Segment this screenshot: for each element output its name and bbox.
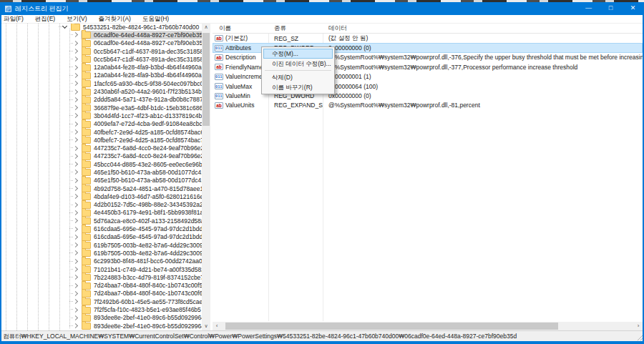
chevron-collapsed-icon[interactable] [73, 89, 78, 94]
tree-node[interactable]: 619b7505-003b-4e82-b7a6-4dd29c300971 [0, 241, 202, 249]
tree-node[interactable]: 4b92d758-5a24-4851-a470-815d78aee119 [0, 185, 202, 192]
minimize-button[interactable]: — [577, 2, 600, 15]
tree-node-body[interactable]: 465e1f50-b610-473a-ab58-00d1077dc419 [81, 177, 202, 185]
column-header-type[interactable]: 종류 [268, 23, 323, 33]
menu-help[interactable]: 도움말(H) [137, 15, 175, 24]
context-menu-item[interactable]: 이름 바꾸기(R) [263, 82, 333, 92]
tree-node[interactable]: 2430ab6f-a520-44a2-9601-f7f23b5134b1 [0, 87, 202, 95]
tree-node-body[interactable]: 71021b41-c749-4d21-be74-a00f335d582b [81, 265, 202, 273]
tree-node-body[interactable]: 4e4450b3-6179-4e91-b8f1-5bb9938f81a1 [81, 209, 202, 217]
tree-node[interactable]: 12a0ab44-fe28-4fa9-b3bd-4b64f44960a7 [0, 72, 202, 79]
value-row[interactable]: abValueUnitsREG_EXPAND_SZ@%SystemRoot%₩s… [213, 101, 643, 110]
chevron-collapsed-icon[interactable] [73, 235, 78, 240]
chevron-collapsed-icon[interactable] [73, 283, 78, 288]
chevron-collapsed-icon[interactable] [73, 242, 78, 247]
tree-node[interactable]: 447235c7-6a8d-4cc0-8e24-9eaf70b96e2b [0, 144, 202, 152]
chevron-collapsed-icon[interactable] [73, 49, 78, 54]
tree-node[interactable]: 465e1f50-b610-473a-ab58-00d1077dc418 [0, 168, 202, 176]
tree-node-body[interactable]: 3b04d4fd-1cc7-4f23-ab1c-d1337819c4bb [81, 112, 202, 119]
tree-node-body[interactable]: 7d24baa7-0b84-480f-840c-1b0743c00f5f [81, 282, 202, 290]
chevron-collapsed-icon[interactable] [73, 250, 78, 255]
tree-node[interactable]: 465e1f50-b610-473a-ab58-00d1077dc419 [0, 177, 202, 185]
tree-node[interactable]: 45bcc044-d885-43e2-8605-ee0ec6e96b59 [0, 160, 202, 168]
tree-node-body[interactable]: 619b7505-003b-4e82-b7a6-4dd29c300972 [81, 249, 202, 257]
tree-node-body[interactable]: 40fbefc7-2e9d-4d25-a185-0cfd8574bac6 [81, 128, 202, 136]
menu-file[interactable]: 파일(F) [0, 15, 29, 24]
tree-node-body[interactable]: 7b224883-b3cc-4d79-819f-8374152cbe7c [81, 273, 202, 281]
scroll-up-icon[interactable]: ∧ [202, 23, 210, 31]
tree-node[interactable]: 7d24baa7-0b84-480f-840c-1b0743c00f5f [0, 282, 202, 290]
chevron-collapsed-icon[interactable] [73, 202, 78, 207]
tree-node[interactable]: 7b224883-b3cc-4d79-819f-8374152cbe7c [0, 273, 202, 281]
value-row[interactable]: ab(기본값)REG_SZ(값 설정 안 됨) [213, 34, 643, 43]
tree-node-body[interactable]: 54533251-82be-4824-96c1-47b60b740d00 [70, 23, 202, 31]
column-header-name[interactable]: 이름 [213, 23, 268, 33]
tree-node-body[interactable]: 619b7505-003b-4e82-b7a6-4dd29c300971 [81, 241, 202, 249]
menu-edit[interactable]: 편집(E) [29, 15, 61, 24]
tree-scrollbar-thumb[interactable] [203, 33, 210, 126]
tree-node-body[interactable]: 40fbefc7-2e9d-4d25-a185-0cfd8574bac7 [81, 136, 202, 144]
tree-node[interactable]: 12a0ab44-fe28-4fa9-b3bd-4b64f44960a6 [0, 63, 202, 71]
chevron-collapsed-icon[interactable] [73, 41, 78, 46]
chevron-collapsed-icon[interactable] [73, 81, 78, 86]
chevron-collapsed-icon[interactable] [73, 210, 78, 215]
maximize-button[interactable]: □ [600, 2, 622, 15]
chevron-collapsed-icon[interactable] [73, 275, 78, 280]
tree-node-body[interactable]: 06cadf0e-64ed-448a-8927-ce7bf90eb35e [81, 39, 202, 47]
chevron-collapsed-icon[interactable] [73, 137, 78, 142]
tree-node-body[interactable]: 7d24baa7-0b84-480f-840c-1b0743c00f60 [81, 290, 202, 298]
chevron-collapsed-icon[interactable] [73, 162, 78, 167]
tree-node[interactable]: 0cc5b647-c1df-4637-891a-dec35c318583 [0, 47, 202, 55]
list-scrollbar-thumb[interactable] [225, 323, 558, 330]
context-menu-item[interactable]: 수정(M)... [263, 49, 333, 59]
chevron-collapsed-icon[interactable] [73, 323, 78, 328]
chevron-collapsed-icon[interactable] [73, 129, 78, 134]
chevron-collapsed-icon[interactable] [73, 186, 78, 191]
tree-node-body[interactable]: 12a0ab44-fe28-4fa9-b3bd-4b64f44960a6 [81, 63, 202, 71]
chevron-expanded-icon[interactable] [62, 24, 67, 29]
tree-node[interactable]: 7f2492b6-60b1-45e5-ae55-773f8cd5caec [0, 298, 202, 305]
tree-node[interactable]: 616cdaa5-695e-4545-97ad-97dc2d1bdd89 [0, 233, 202, 241]
close-button[interactable]: ✕ [622, 2, 644, 15]
chevron-collapsed-icon[interactable] [73, 56, 78, 62]
tree-node[interactable]: 5d76a2ca-e8c0-402f-a133-2158492d58ad [0, 217, 202, 225]
chevron-collapsed-icon[interactable] [73, 73, 78, 78]
tree-node[interactable]: 1facfc65-a930-4bc5-9f38-504ec097bbc0 [0, 79, 202, 87]
tree-node[interactable]: 6c2993b0-8f48-481f-bcc6-00dd2742aa06 [0, 257, 202, 265]
chevron-collapsed-icon[interactable] [73, 169, 78, 175]
scroll-down-icon[interactable]: ∨ [202, 322, 210, 330]
chevron-collapsed-icon[interactable] [73, 146, 78, 151]
tree-node[interactable]: 4009efa7-e72d-4cba-9edf-91084ea8cbc3 [0, 120, 202, 128]
chevron-collapsed-icon[interactable] [73, 113, 78, 118]
tree-node-body[interactable]: 447235c7-6a8d-4cc0-8e24-9eaf70b96e2c [81, 152, 202, 160]
scroll-left-icon[interactable]: ‹ [213, 322, 221, 330]
tree-node-body[interactable]: 06cadf0e-64ed-448a-8927-ce7bf90eb35d [81, 31, 202, 39]
chevron-collapsed-icon[interactable] [73, 194, 78, 199]
tree-node[interactable]: 0cc5b647-c1df-4637-891a-dec35c318584 [0, 55, 202, 63]
context-menu-item[interactable]: 이진 데이터 수정(B)... [263, 59, 333, 69]
tree-node-body[interactable]: 4b92d758-5a24-4851-a470-815d78aee119 [81, 185, 202, 192]
chevron-collapsed-icon[interactable] [73, 227, 78, 232]
tree-node-body[interactable]: 4009efa7-e72d-4cba-9edf-91084ea8cbc3 [81, 120, 202, 128]
tree-node-body[interactable]: 2ddd5a84-5a71-437e-912a-db0b8c788732 [81, 96, 202, 104]
chevron-collapsed-icon[interactable] [73, 178, 78, 183]
chevron-collapsed-icon[interactable] [73, 122, 78, 127]
chevron-collapsed-icon[interactable] [73, 259, 78, 264]
tree-node[interactable]: 4d2b0152-7d5c-498b-88e2-34345392a2c5 [0, 201, 202, 209]
tree-node[interactable]: 619b7505-003b-4e82-b7a6-4dd29c300972 [0, 249, 202, 257]
tree-node[interactable]: 71021b41-c749-4d21-be74-a00f335d582b [0, 265, 202, 273]
chevron-collapsed-icon[interactable] [73, 307, 78, 312]
tree-node-body[interactable]: 616cdaa5-695e-4545-97ad-97dc2d1bdd88 [81, 225, 202, 232]
tree-node-body[interactable]: 7f2492b6-60b1-45e5-ae55-773f8cd5caec [81, 298, 202, 305]
tree-node-body[interactable]: 4bdaf4e9-d103-46d7-a5f0-6280121616ef [81, 192, 202, 200]
tree-node[interactable]: 4bdaf4e9-d103-46d7-a5f0-6280121616ef [0, 192, 202, 200]
chevron-collapsed-icon[interactable] [73, 97, 78, 102]
tree-node-body[interactable]: 0cc5b647-c1df-4637-891a-dec35c318584 [81, 55, 202, 63]
tree-node-body[interactable]: 893dee8e-2bef-41e0-89c6-b55d0929964d [81, 322, 202, 330]
tree-node[interactable]: 7d24baa7-0b84-480f-840c-1b0743c00f60 [0, 290, 202, 298]
tree-node-body[interactable]: 36687f9e-e3a5-4dbf-b1dc-15eb381c6863 [81, 104, 202, 112]
tree-node-body[interactable]: 45bcc044-d885-43e2-8605-ee0ec6e96b59 [81, 160, 202, 168]
tree-node-body[interactable]: 1facfc65-a930-4bc5-9f38-504ec097bbc0 [81, 79, 202, 87]
chevron-collapsed-icon[interactable] [73, 291, 78, 296]
tree-vertical-scrollbar[interactable]: ∧ ∨ [202, 23, 210, 330]
